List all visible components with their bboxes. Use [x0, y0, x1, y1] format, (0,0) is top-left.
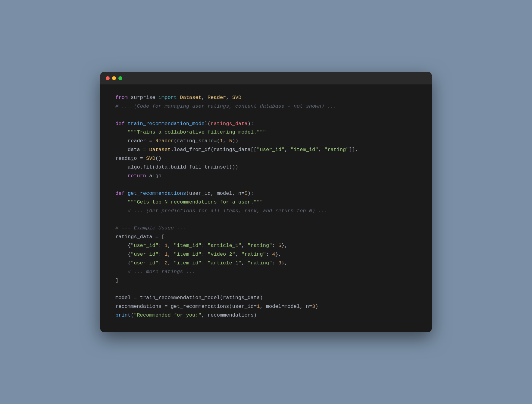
- code-line-14: # ... (Get predictions for all items, ra…: [115, 207, 417, 216]
- code-line-8: readato = SVD(): [115, 154, 417, 163]
- close-button[interactable]: [106, 76, 110, 80]
- code-line-4: def train_recommendation_model(ratings_d…: [115, 120, 417, 128]
- code-line-5: """Trains a collaborative filtering mode…: [115, 128, 417, 137]
- code-line-10: return algo: [115, 172, 417, 181]
- code-line-2: # ... (Code for managing user ratings, c…: [115, 102, 417, 111]
- code-editor: from surprise import Dataset, Reader, SV…: [100, 84, 432, 332]
- code-line-blank1: [115, 111, 417, 120]
- code-line-21: # ... more ratings ...: [115, 268, 417, 276]
- code-line-7: data = Dataset.load_from_df(ratings_data…: [115, 146, 417, 154]
- code-line-13: """Gets top N recommendations for a user…: [115, 198, 417, 207]
- maximize-button[interactable]: [118, 76, 122, 80]
- code-line-24: model = train_recommendation_model(ratin…: [115, 294, 417, 302]
- code-line-25: recommendations = get_recommendations(us…: [115, 302, 417, 311]
- code-line-22: ]: [115, 276, 417, 285]
- code-line-blank2: [115, 181, 417, 189]
- code-line-26: print("Recommended for you:", recommenda…: [115, 311, 417, 320]
- code-line-1: from surprise import Dataset, Reader, SV…: [115, 93, 417, 102]
- code-line-12: def get_recommendations(user_id, model, …: [115, 189, 417, 198]
- code-line-19: {"user_id": 1, "item_id": "video_2", "ra…: [115, 250, 417, 259]
- code-window: from surprise import Dataset, Reader, SV…: [100, 72, 432, 332]
- code-line-6: reader = Reader(rating_scale=(1, 5)): [115, 137, 417, 146]
- code-line-9: algo.fit(data.build_full_trainset()): [115, 163, 417, 172]
- titlebar: [100, 72, 432, 84]
- code-line-16: # --- Example Usage ---: [115, 224, 417, 233]
- code-line-17: ratings_data = [: [115, 233, 417, 241]
- minimize-button[interactable]: [112, 76, 116, 80]
- code-line-18: {"user_id": 1, "item_id": "article_1", "…: [115, 241, 417, 250]
- code-line-blank4: [115, 285, 417, 294]
- code-line-20: {"user_id": 2, "item_id": "article_1", "…: [115, 259, 417, 268]
- code-line-blank3: [115, 215, 417, 224]
